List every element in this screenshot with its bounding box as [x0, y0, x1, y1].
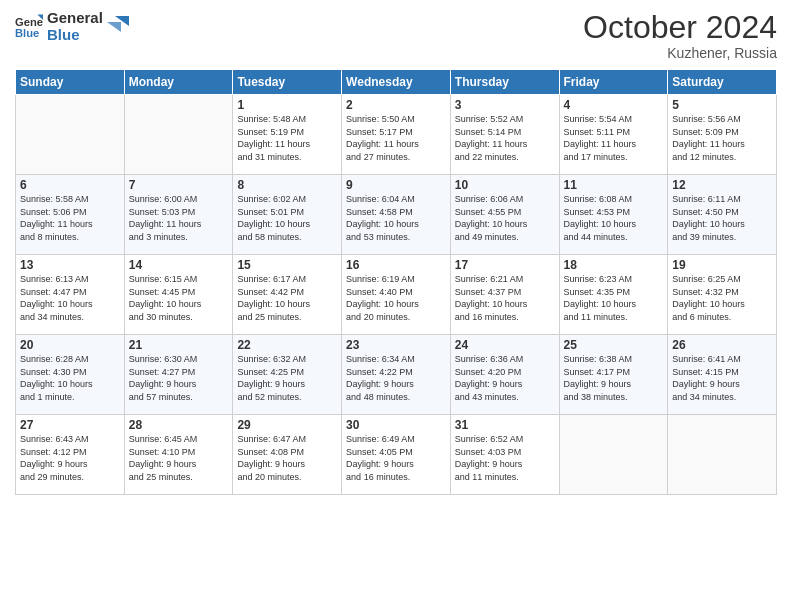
- day-number: 26: [672, 338, 772, 352]
- calendar-day-cell: 3Sunrise: 5:52 AM Sunset: 5:14 PM Daylig…: [450, 95, 559, 175]
- day-number: 6: [20, 178, 120, 192]
- day-number: 18: [564, 258, 664, 272]
- calendar-day-cell: 19Sunrise: 6:25 AM Sunset: 4:32 PM Dayli…: [668, 255, 777, 335]
- calendar-day-cell: 24Sunrise: 6:36 AM Sunset: 4:20 PM Dayli…: [450, 335, 559, 415]
- calendar-week-row: 20Sunrise: 6:28 AM Sunset: 4:30 PM Dayli…: [16, 335, 777, 415]
- calendar-day-cell: 23Sunrise: 6:34 AM Sunset: 4:22 PM Dayli…: [342, 335, 451, 415]
- logo: General Blue General Blue: [15, 10, 129, 43]
- calendar-day-cell: 16Sunrise: 6:19 AM Sunset: 4:40 PM Dayli…: [342, 255, 451, 335]
- calendar-day-cell: 8Sunrise: 6:02 AM Sunset: 5:01 PM Daylig…: [233, 175, 342, 255]
- day-number: 8: [237, 178, 337, 192]
- logo-blue: Blue: [47, 27, 103, 44]
- day-info: Sunrise: 6:19 AM Sunset: 4:40 PM Dayligh…: [346, 273, 446, 323]
- day-info: Sunrise: 6:08 AM Sunset: 4:53 PM Dayligh…: [564, 193, 664, 243]
- day-info: Sunrise: 6:43 AM Sunset: 4:12 PM Dayligh…: [20, 433, 120, 483]
- day-info: Sunrise: 6:06 AM Sunset: 4:55 PM Dayligh…: [455, 193, 555, 243]
- calendar-week-row: 27Sunrise: 6:43 AM Sunset: 4:12 PM Dayli…: [16, 415, 777, 495]
- day-number: 27: [20, 418, 120, 432]
- calendar-day-cell: 4Sunrise: 5:54 AM Sunset: 5:11 PM Daylig…: [559, 95, 668, 175]
- svg-text:General: General: [15, 15, 43, 27]
- calendar-day-cell: 14Sunrise: 6:15 AM Sunset: 4:45 PM Dayli…: [124, 255, 233, 335]
- day-info: Sunrise: 6:23 AM Sunset: 4:35 PM Dayligh…: [564, 273, 664, 323]
- day-info: Sunrise: 6:38 AM Sunset: 4:17 PM Dayligh…: [564, 353, 664, 403]
- calendar-day-cell: 12Sunrise: 6:11 AM Sunset: 4:50 PM Dayli…: [668, 175, 777, 255]
- calendar-day-cell: 1Sunrise: 5:48 AM Sunset: 5:19 PM Daylig…: [233, 95, 342, 175]
- day-info: Sunrise: 6:04 AM Sunset: 4:58 PM Dayligh…: [346, 193, 446, 243]
- calendar-day-cell: 6Sunrise: 5:58 AM Sunset: 5:06 PM Daylig…: [16, 175, 125, 255]
- day-number: 31: [455, 418, 555, 432]
- day-info: Sunrise: 6:17 AM Sunset: 4:42 PM Dayligh…: [237, 273, 337, 323]
- day-info: Sunrise: 6:11 AM Sunset: 4:50 PM Dayligh…: [672, 193, 772, 243]
- day-info: Sunrise: 6:25 AM Sunset: 4:32 PM Dayligh…: [672, 273, 772, 323]
- logo-icon: General Blue: [15, 13, 43, 41]
- page-container: General Blue General Blue October 2024 K…: [0, 0, 792, 612]
- calendar-day-cell: 28Sunrise: 6:45 AM Sunset: 4:10 PM Dayli…: [124, 415, 233, 495]
- calendar-day-cell: [559, 415, 668, 495]
- logo-arrow-icon: [107, 16, 129, 38]
- svg-marker-4: [107, 22, 121, 32]
- calendar-day-cell: 18Sunrise: 6:23 AM Sunset: 4:35 PM Dayli…: [559, 255, 668, 335]
- day-info: Sunrise: 6:02 AM Sunset: 5:01 PM Dayligh…: [237, 193, 337, 243]
- calendar-day-cell: 13Sunrise: 6:13 AM Sunset: 4:47 PM Dayli…: [16, 255, 125, 335]
- month-title: October 2024: [583, 10, 777, 45]
- day-number: 24: [455, 338, 555, 352]
- weekday-header-row: SundayMondayTuesdayWednesdayThursdayFrid…: [16, 70, 777, 95]
- calendar-day-cell: 7Sunrise: 6:00 AM Sunset: 5:03 PM Daylig…: [124, 175, 233, 255]
- title-block: October 2024 Kuzhener, Russia: [583, 10, 777, 61]
- calendar-day-cell: [16, 95, 125, 175]
- calendar-day-cell: 31Sunrise: 6:52 AM Sunset: 4:03 PM Dayli…: [450, 415, 559, 495]
- day-number: 19: [672, 258, 772, 272]
- day-info: Sunrise: 6:45 AM Sunset: 4:10 PM Dayligh…: [129, 433, 229, 483]
- day-number: 2: [346, 98, 446, 112]
- calendar-day-cell: 17Sunrise: 6:21 AM Sunset: 4:37 PM Dayli…: [450, 255, 559, 335]
- calendar-day-cell: 5Sunrise: 5:56 AM Sunset: 5:09 PM Daylig…: [668, 95, 777, 175]
- day-info: Sunrise: 6:34 AM Sunset: 4:22 PM Dayligh…: [346, 353, 446, 403]
- day-number: 13: [20, 258, 120, 272]
- day-info: Sunrise: 6:36 AM Sunset: 4:20 PM Dayligh…: [455, 353, 555, 403]
- day-number: 7: [129, 178, 229, 192]
- calendar-day-cell: 9Sunrise: 6:04 AM Sunset: 4:58 PM Daylig…: [342, 175, 451, 255]
- day-info: Sunrise: 5:56 AM Sunset: 5:09 PM Dayligh…: [672, 113, 772, 163]
- day-number: 23: [346, 338, 446, 352]
- day-info: Sunrise: 5:54 AM Sunset: 5:11 PM Dayligh…: [564, 113, 664, 163]
- weekday-header-friday: Friday: [559, 70, 668, 95]
- calendar-day-cell: 22Sunrise: 6:32 AM Sunset: 4:25 PM Dayli…: [233, 335, 342, 415]
- calendar-table: SundayMondayTuesdayWednesdayThursdayFrid…: [15, 69, 777, 495]
- calendar-day-cell: [668, 415, 777, 495]
- calendar-day-cell: 21Sunrise: 6:30 AM Sunset: 4:27 PM Dayli…: [124, 335, 233, 415]
- day-info: Sunrise: 6:52 AM Sunset: 4:03 PM Dayligh…: [455, 433, 555, 483]
- day-number: 22: [237, 338, 337, 352]
- day-number: 3: [455, 98, 555, 112]
- calendar-day-cell: 10Sunrise: 6:06 AM Sunset: 4:55 PM Dayli…: [450, 175, 559, 255]
- day-info: Sunrise: 5:48 AM Sunset: 5:19 PM Dayligh…: [237, 113, 337, 163]
- calendar-day-cell: 27Sunrise: 6:43 AM Sunset: 4:12 PM Dayli…: [16, 415, 125, 495]
- day-info: Sunrise: 5:58 AM Sunset: 5:06 PM Dayligh…: [20, 193, 120, 243]
- calendar-day-cell: 29Sunrise: 6:47 AM Sunset: 4:08 PM Dayli…: [233, 415, 342, 495]
- day-number: 21: [129, 338, 229, 352]
- day-info: Sunrise: 6:21 AM Sunset: 4:37 PM Dayligh…: [455, 273, 555, 323]
- day-number: 28: [129, 418, 229, 432]
- day-number: 14: [129, 258, 229, 272]
- day-number: 20: [20, 338, 120, 352]
- weekday-header-wednesday: Wednesday: [342, 70, 451, 95]
- day-info: Sunrise: 6:49 AM Sunset: 4:05 PM Dayligh…: [346, 433, 446, 483]
- weekday-header-monday: Monday: [124, 70, 233, 95]
- calendar-day-cell: 25Sunrise: 6:38 AM Sunset: 4:17 PM Dayli…: [559, 335, 668, 415]
- calendar-day-cell: 26Sunrise: 6:41 AM Sunset: 4:15 PM Dayli…: [668, 335, 777, 415]
- day-info: Sunrise: 6:32 AM Sunset: 4:25 PM Dayligh…: [237, 353, 337, 403]
- header: General Blue General Blue October 2024 K…: [15, 10, 777, 61]
- day-info: Sunrise: 6:30 AM Sunset: 4:27 PM Dayligh…: [129, 353, 229, 403]
- weekday-header-saturday: Saturday: [668, 70, 777, 95]
- calendar-week-row: 1Sunrise: 5:48 AM Sunset: 5:19 PM Daylig…: [16, 95, 777, 175]
- day-number: 15: [237, 258, 337, 272]
- calendar-day-cell: 30Sunrise: 6:49 AM Sunset: 4:05 PM Dayli…: [342, 415, 451, 495]
- location-subtitle: Kuzhener, Russia: [583, 45, 777, 61]
- svg-text:Blue: Blue: [15, 26, 39, 38]
- calendar-day-cell: [124, 95, 233, 175]
- day-number: 11: [564, 178, 664, 192]
- day-info: Sunrise: 5:50 AM Sunset: 5:17 PM Dayligh…: [346, 113, 446, 163]
- day-number: 30: [346, 418, 446, 432]
- day-number: 16: [346, 258, 446, 272]
- calendar-day-cell: 11Sunrise: 6:08 AM Sunset: 4:53 PM Dayli…: [559, 175, 668, 255]
- day-info: Sunrise: 6:47 AM Sunset: 4:08 PM Dayligh…: [237, 433, 337, 483]
